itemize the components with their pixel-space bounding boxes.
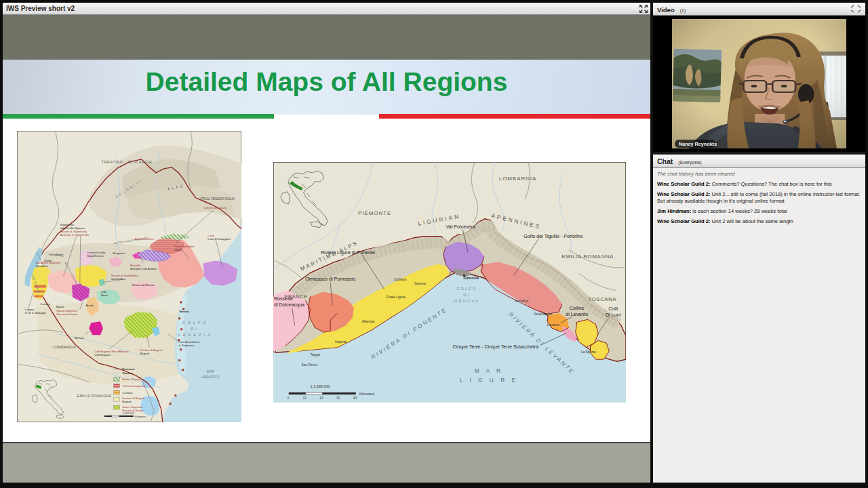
svg-text:Prosecco: Prosecco [122, 367, 135, 371]
svg-text:1:1,038,000: 1:1,038,000 [310, 384, 330, 388]
svg-text:1:487,700: 1:487,700 [123, 412, 134, 415]
svg-text:d. Padovano: d. Padovano [178, 344, 195, 347]
svg-text:GENOVA: GENOVA [454, 299, 479, 303]
svg-text:Quiliano: Quiliano [394, 278, 406, 281]
svg-text:Riviera del Brenta: Riviera del Brenta [132, 283, 155, 287]
svg-text:G O L F O: G O L F O [182, 321, 206, 325]
svg-text:Venezia: Venezia [179, 310, 189, 313]
svg-text:Colli Euganei: Colli Euganei [94, 353, 111, 357]
svg-text:S. M. d. Battaglia: S. M. d. Battaglia [25, 311, 47, 314]
svg-text:V E N E Z I A: V E N E Z I A [178, 333, 211, 337]
svg-text:L I G U R E: L I G U R E [460, 377, 518, 384]
svg-text:Berici: Berici [101, 293, 108, 297]
svg-text:Garda: Garda [44, 259, 52, 262]
svg-text:Recioto di Soave: Recioto di Soave [57, 312, 79, 316]
svg-text:Bagnoli: Bagnoli [122, 400, 132, 403]
svg-text:Piave: Piave [174, 248, 182, 251]
svg-text:Soave: Soave [56, 305, 64, 308]
svg-text:Kilometers: Kilometers [359, 392, 375, 396]
svg-text:Portofino: Portofino [515, 300, 529, 303]
svg-text:La Spezia: La Spezia [581, 350, 596, 354]
svg-text:40: 40 [353, 396, 357, 400]
svg-text:Genova: Genova [463, 274, 479, 279]
svg-text:Kilometers: Kilometers [135, 415, 146, 418]
svg-text:0: 0 [288, 396, 290, 400]
svg-text:Breganze: Breganze [113, 251, 125, 255]
svg-text:Bardolino: Bardolino [36, 264, 48, 267]
svg-text:TOSCANA: TOSCANA [589, 296, 617, 302]
svg-text:EMILIA-ROMAGNA: EMILIA-ROMAGNA [561, 253, 614, 260]
svg-text:Di Luni: Di Luni [606, 312, 621, 318]
svg-text:FRIULI VENEZIA GIULIA: FRIULI VENEZIA GIULIA [201, 197, 235, 201]
svg-text:PIEMONTE: PIEMONTE [358, 210, 391, 216]
svg-text:Cinque Terre - Cinque Terre Sc: Cinque Terre - Cinque Terre Sciacchetrà [452, 344, 538, 350]
svg-text:TRENTINO - ALTO ADIGE: TRENTINO - ALTO ADIGE [102, 160, 152, 164]
svg-text:GOLFO: GOLFO [456, 287, 477, 291]
svg-text:Albenga: Albenga [362, 320, 374, 323]
svg-text:Custoza: Custoza [40, 302, 51, 306]
svg-text:di Levanto: di Levanto [566, 312, 588, 317]
svg-text:Amarone d. Valpolicella: Amarone d. Valpolicella [60, 233, 89, 237]
svg-text:di Dolceacqua: di Dolceacqua [274, 302, 304, 308]
svg-text:Colli: Colli [608, 306, 618, 312]
svg-text:Finale Ligure: Finale Ligure [386, 296, 406, 299]
svg-text:Terradeiforti: Terradeiforti [49, 253, 64, 256]
svg-text:Deiva Marina: Deiva Marina [534, 312, 552, 316]
svg-text:M A R: M A R [475, 367, 503, 374]
svg-text:LOMBARDIA: LOMBARDIA [53, 345, 76, 349]
svg-text:Colli di Conegliano: Colli di Conegliano [122, 384, 146, 388]
svg-text:Nancy Reynolds: Nancy Reynolds [679, 141, 717, 147]
svg-text:D I: D I [191, 327, 198, 331]
svg-text:Bagnoli: Bagnoli [140, 352, 150, 355]
svg-text:30: 30 [336, 396, 340, 400]
svg-text:Levanto: Levanto [547, 323, 559, 327]
svg-text:Lison Pramaggiore: Lison Pramaggiore [208, 237, 231, 241]
svg-text:Monti Lessini: Monti Lessini [87, 254, 103, 258]
svg-text:Imperia: Imperia [335, 340, 347, 344]
svg-text:Taggia: Taggia [310, 353, 320, 357]
svg-text:Gambellara: Gambellara [111, 277, 126, 281]
svg-text:DI: DI [463, 293, 470, 297]
svg-text:Arcole: Arcole [86, 304, 94, 307]
svg-text:LOMBARDIA: LOMBARDIA [499, 176, 537, 182]
svg-text:Valpolicella Ripasso: Valpolicella Ripasso [60, 226, 85, 230]
svg-text:Ormeasco di Pornassio: Ormeasco di Pornassio [305, 277, 355, 282]
svg-text:Riviera Ligure di Ponente: Riviera Ligure di Ponente [321, 250, 375, 256]
svg-text:Val Polcevera: Val Polcevera [446, 224, 475, 230]
svg-text:MAR: MAR [207, 370, 214, 373]
svg-text:ADRIATICO: ADRIATICO [201, 375, 219, 379]
svg-text:20: 20 [319, 396, 323, 400]
svg-text:Golfo del Tigullio - Portofino: Golfo del Tigullio - Portofino [524, 234, 583, 239]
svg-text:Colline: Colline [570, 306, 585, 311]
svg-text:EMILIA ROMAGNA: EMILIA ROMAGNA [77, 394, 112, 398]
svg-text:10: 10 [303, 396, 307, 400]
svg-text:Colli di Conegliano: Colli di Conegliano [203, 206, 227, 209]
svg-text:Custoza: Custoza [122, 391, 133, 394]
svg-text:San Remo: San Remo [302, 363, 318, 367]
svg-text:Asolo Prosecco: Asolo Prosecco [135, 237, 155, 241]
svg-text:Montello-Colli Asolani: Montello-Colli Asolani [130, 266, 157, 270]
svg-text:Vicenza: Vicenza [122, 371, 133, 375]
svg-text:Savona: Savona [414, 282, 426, 285]
svg-text:Merlara: Merlara [75, 336, 85, 340]
svg-text:Rossese: Rossese [274, 296, 293, 302]
svg-text:Asolo - Prosecco: Asolo - Prosecco [122, 378, 144, 381]
